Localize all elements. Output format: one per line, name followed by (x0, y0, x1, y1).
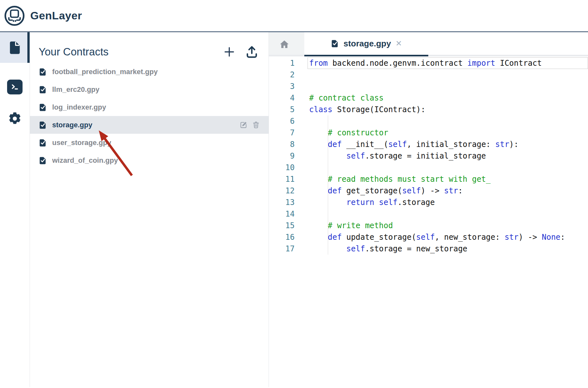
list-item[interactable]: wizard_of_coin.gpy (30, 151, 269, 169)
rail-item-terminal[interactable] (0, 80, 30, 94)
contract-file-label: llm_erc20.gpy (52, 85, 100, 94)
code-line: 17 self.storage = new_storage (269, 243, 588, 255)
contract-file-label: football_prediction_market.gpy (52, 68, 158, 76)
editor-tabbar: storage.gpy ✕ (269, 32, 588, 56)
editor-pane: storage.gpy ✕ 1from backend.node.genvm.i… (269, 32, 588, 387)
file-check-icon (39, 85, 47, 94)
line-number: 8 (269, 139, 295, 150)
home-tab-button[interactable] (269, 32, 300, 56)
code-line: 10 (269, 162, 588, 173)
list-item[interactable]: user_storage.gpy (30, 134, 269, 151)
list-item[interactable]: football_prediction_market.gpy (30, 63, 269, 81)
contracts-panel: Your Contracts football_prediction_marke… (30, 32, 269, 387)
line-number: 5 (269, 104, 295, 115)
code-line: 12 def get_storage(self) -> str: (269, 185, 588, 197)
line-number: 12 (269, 185, 295, 197)
code-line: 11 # read methods must start with get_ (269, 173, 588, 185)
edit-icon[interactable] (240, 121, 248, 129)
upload-icon (245, 45, 259, 59)
line-number: 14 (269, 208, 295, 220)
code-line: 2 (269, 69, 588, 81)
rail-item-contracts[interactable] (0, 32, 30, 63)
code-editor[interactable]: 1from backend.node.genvm.icontract impor… (269, 56, 588, 387)
code-lines: 1from backend.node.genvm.icontract impor… (269, 57, 588, 255)
code-line: 4# contract class (269, 92, 588, 104)
contract-file-label: wizard_of_coin.gpy (52, 156, 118, 165)
tabbar-gap (300, 32, 304, 56)
tab-label: storage.gpy (344, 39, 391, 49)
indent-guide (328, 115, 328, 127)
line-number: 13 (269, 197, 295, 208)
list-item[interactable]: llm_erc20.gpy (30, 81, 269, 98)
line-number: 7 (269, 127, 295, 139)
home-icon (279, 39, 290, 50)
code-line: 15 # write method (269, 220, 588, 231)
line-number: 17 (269, 243, 295, 255)
plus-icon (223, 45, 236, 58)
indent-guide (328, 197, 328, 208)
code-line: 8 def __init__(self, initial_storage: st… (269, 139, 588, 150)
line-number: 6 (269, 115, 295, 127)
line-number: 1 (269, 57, 295, 69)
indent-guide (328, 139, 328, 150)
line-number: 15 (269, 220, 295, 231)
indent-guide (328, 243, 328, 255)
code-line: 5class Storage(IContract): (269, 104, 588, 115)
code-line: 9 self.storage = initial_storage (269, 150, 588, 162)
rail-item-settings[interactable] (0, 111, 30, 126)
code-line: 7 # constructor (269, 127, 588, 139)
file-check-icon (39, 139, 47, 147)
add-contract-button[interactable] (223, 45, 236, 58)
indent-guide (328, 185, 328, 197)
indent-guide (328, 162, 328, 173)
gear-icon (7, 111, 22, 126)
code-line: 14 (269, 208, 588, 220)
line-number: 2 (269, 69, 295, 81)
code-line: 6 (269, 115, 588, 127)
code-line: 13 return self.storage (269, 197, 588, 208)
list-item[interactable]: storage.gpy (30, 116, 269, 134)
genlayer-logo-icon (4, 5, 25, 26)
contract-file-label: storage.gpy (52, 121, 92, 129)
list-item[interactable]: log_indexer.gpy (30, 98, 269, 116)
code-line: 1from backend.node.genvm.icontract impor… (269, 57, 588, 69)
terminal-icon (7, 80, 23, 94)
indent-guide (328, 173, 328, 185)
file-check-icon (39, 103, 47, 112)
indent-guide (328, 231, 328, 243)
contract-file-label: user_storage.gpy (52, 139, 111, 147)
trash-icon[interactable] (252, 121, 260, 129)
file-icon (7, 40, 22, 55)
brand-title: GenLayer (30, 9, 82, 22)
contract-list: football_prediction_market.gpy llm_erc20… (30, 63, 269, 169)
file-check-icon (39, 121, 47, 129)
indent-guide (328, 150, 328, 162)
line-number: 9 (269, 150, 295, 162)
line-number: 4 (269, 92, 295, 104)
upload-contract-button[interactable] (245, 45, 259, 59)
line-number: 16 (269, 231, 295, 243)
tab-storage-gpy[interactable]: storage.gpy ✕ (304, 32, 428, 56)
code-line: 3 (269, 81, 588, 92)
close-tab-icon[interactable]: ✕ (395, 40, 402, 47)
app-header: GenLayer (0, 0, 588, 32)
line-number: 11 (269, 173, 295, 185)
code-line: 16 def update_storage(self, new_storage:… (269, 231, 588, 243)
file-check-icon (39, 68, 47, 76)
indent-guide (328, 208, 328, 220)
icon-rail (0, 32, 30, 387)
contract-file-label: log_indexer.gpy (52, 103, 106, 112)
file-check-icon (39, 156, 47, 165)
line-number: 3 (269, 81, 295, 92)
contracts-panel-title: Your Contracts (39, 46, 109, 58)
line-number: 10 (269, 162, 295, 173)
file-check-icon (331, 39, 339, 48)
indent-guide (328, 127, 328, 139)
row-actions (240, 121, 260, 129)
indent-guide (328, 220, 328, 231)
